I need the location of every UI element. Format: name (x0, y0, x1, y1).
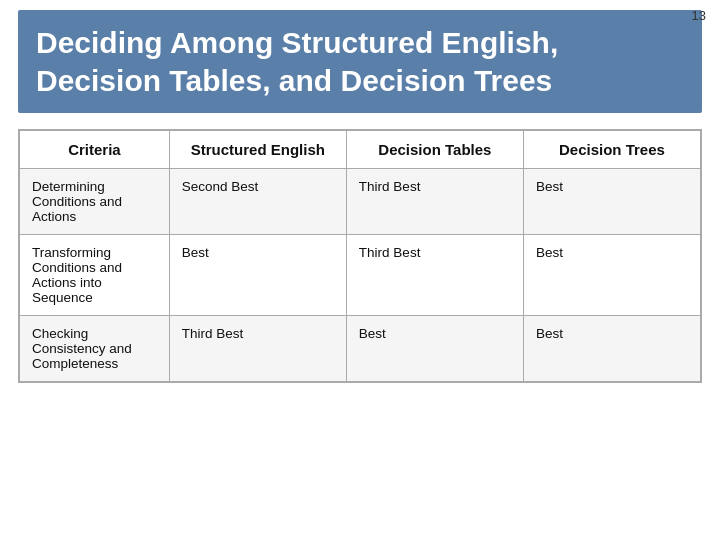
table-row: Checking Consistency and CompletenessThi… (20, 316, 701, 382)
cell-criteria: Checking Consistency and Completeness (20, 316, 170, 382)
table-row: Determining Conditions and ActionsSecond… (20, 169, 701, 235)
header-decision-tables: Decision Tables (346, 131, 523, 169)
cell-criteria: Determining Conditions and Actions (20, 169, 170, 235)
title-line1: Deciding Among Structured English, (36, 26, 558, 59)
cell-decision-trees: Best (523, 316, 700, 382)
comparison-table: Criteria Structured English Decision Tab… (19, 130, 701, 382)
cell-decision-tables: Third Best (346, 235, 523, 316)
table-header-row: Criteria Structured English Decision Tab… (20, 131, 701, 169)
cell-decision-tables: Best (346, 316, 523, 382)
header-decision-trees: Decision Trees (523, 131, 700, 169)
cell-structured-english: Best (169, 235, 346, 316)
header-criteria: Criteria (20, 131, 170, 169)
slide-title: Deciding Among Structured English, Decis… (36, 24, 684, 99)
header-structured-english: Structured English (169, 131, 346, 169)
cell-decision-trees: Best (523, 169, 700, 235)
title-box: Deciding Among Structured English, Decis… (18, 10, 702, 113)
title-line2: Decision Tables, and Decision Trees (36, 64, 552, 97)
comparison-table-wrapper: Criteria Structured English Decision Tab… (18, 129, 702, 383)
slide-container: Deciding Among Structured English, Decis… (0, 0, 720, 397)
cell-decision-tables: Third Best (346, 169, 523, 235)
cell-decision-trees: Best (523, 235, 700, 316)
cell-structured-english: Third Best (169, 316, 346, 382)
table-row: Transforming Conditions and Actions into… (20, 235, 701, 316)
cell-criteria: Transforming Conditions and Actions into… (20, 235, 170, 316)
cell-structured-english: Second Best (169, 169, 346, 235)
page-number: 13 (692, 8, 706, 23)
